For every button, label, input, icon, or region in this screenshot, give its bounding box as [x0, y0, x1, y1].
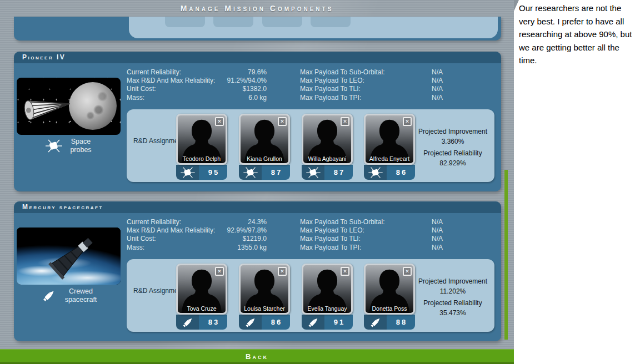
- component-thumbnail: [17, 78, 121, 135]
- space-probe-icon: [46, 138, 62, 154]
- researcher-name: Evelia Tanguay: [303, 305, 351, 312]
- crewed-capsule-icon: [364, 315, 387, 330]
- remove-researcher-button[interactable]: ✕: [215, 267, 224, 276]
- category-label: Space probes: [70, 138, 91, 154]
- stat-label: Mass:: [127, 244, 144, 252]
- projected-reliability-label: Projected Reliability: [403, 148, 503, 158]
- researcher-name: Tova Cruze: [178, 305, 226, 312]
- close-icon: ✕: [280, 119, 284, 124]
- researcher-name: Kiana Grullon: [241, 155, 288, 162]
- researcher-portrait[interactable]: ✕ Evelia Tanguay: [302, 264, 353, 315]
- stat-label: Max R&D And Max Reliability:: [127, 77, 215, 85]
- stat-label: Max Payload To TLI:: [300, 235, 361, 243]
- space-probe-icon: [176, 165, 199, 180]
- component-panel-mercury: Mercury spacecraft: [14, 201, 501, 341]
- stat-value: 24.3%: [248, 218, 267, 226]
- researcher-portrait[interactable]: ✕ Louisa Starcher: [239, 264, 290, 315]
- stat-label: Max Payload To TPI:: [300, 94, 361, 102]
- back-button[interactable]: Back: [0, 349, 514, 364]
- crewed-capsule-icon: [302, 315, 324, 330]
- projected-improvement-value: 11.202%: [403, 286, 503, 296]
- remove-researcher-button[interactable]: ✕: [403, 267, 412, 276]
- stat-value: N/A: [432, 244, 443, 252]
- remove-researcher-button[interactable]: ✕: [215, 117, 224, 126]
- advisor-note: Our researchers are not the very best. I…: [519, 3, 632, 65]
- skill-badge: 83: [176, 315, 227, 330]
- stat-value: $1219.0: [243, 235, 267, 243]
- scrolled-inner-panel: [129, 17, 498, 38]
- remove-researcher-button[interactable]: ✕: [278, 117, 287, 126]
- skill-value: 87: [324, 165, 353, 180]
- space-probe-icon: [364, 165, 387, 180]
- stat-value: N/A: [432, 77, 443, 85]
- skill-value: 95: [199, 165, 227, 180]
- stat-value: 91.2%/94.0%: [227, 77, 267, 85]
- researcher-name: Teodoro Delph: [178, 155, 226, 162]
- researcher-card: ✕ Evelia Tanguay 91: [302, 264, 353, 330]
- close-icon: ✕: [343, 269, 347, 274]
- researcher-portrait[interactable]: ✕ Kiana Grullon: [239, 114, 290, 165]
- close-icon: ✕: [343, 119, 347, 124]
- close-icon: ✕: [217, 269, 222, 274]
- component-category: Crewed spacecraft: [17, 287, 121, 304]
- stat-value: 6.0 kg: [248, 94, 267, 102]
- space-probe-icon: [239, 165, 262, 180]
- skill-badge: [165, 17, 205, 27]
- projected-reliability-value: 82.929%: [403, 158, 503, 168]
- researcher-card: ✕ Louisa Starcher 86: [239, 264, 290, 330]
- stat-label: Current Reliability:: [127, 68, 181, 77]
- probe-image: [20, 92, 78, 122]
- skill-value: 83: [199, 315, 227, 330]
- researcher-portrait[interactable]: ✕ Willa Agbayani: [302, 114, 353, 165]
- stat-label: Current Reliability:: [127, 218, 181, 226]
- remove-researcher-button[interactable]: ✕: [403, 117, 412, 126]
- remove-researcher-button[interactable]: ✕: [278, 267, 287, 276]
- stat-label: Max Payload To TLI:: [300, 85, 361, 93]
- projected-improvement-label: Projected Improvement: [403, 127, 503, 136]
- rd-assignments-panel: R&D Assignments ✕ Tova Cruze 83 ✕ Louisa…: [127, 259, 494, 332]
- stat-value: N/A: [432, 85, 443, 93]
- researcher-card: ✕ Tova Cruze 83: [176, 264, 227, 330]
- stat-value: 79.6%: [248, 68, 267, 77]
- projections: Projected Improvement 11.202% Projected …: [403, 276, 503, 318]
- rd-assignments-panel: R&D Assignments ✕ Teodoro Delph 95 ✕ Kia…: [127, 109, 494, 182]
- stat-label: Mass:: [127, 94, 144, 102]
- stat-label: Max Payload To Sub-Orbital:: [300, 218, 385, 226]
- space-probe-icon: [302, 165, 324, 180]
- stat-label: Unit Cost:: [127, 235, 156, 243]
- skill-badge: 87: [239, 165, 290, 180]
- researcher-name: Louisa Starcher: [241, 305, 288, 312]
- skill-value: 87: [262, 165, 290, 180]
- skill-badge: 91: [302, 315, 353, 330]
- researcher-portrait[interactable]: ✕ Tova Cruze: [176, 264, 227, 315]
- skill-badge: 95: [176, 165, 227, 180]
- researcher-card: ✕ Willa Agbayani 87: [302, 114, 353, 180]
- researcher-portrait[interactable]: ✕ Teodoro Delph: [176, 114, 227, 165]
- component-stats-right: Max Payload To Sub-Orbital:N/A Max Paylo…: [300, 218, 443, 252]
- researcher-card: ✕ Kiana Grullon 87: [239, 114, 290, 180]
- advisor-sidebar: Our researchers are not the very best. I…: [514, 0, 640, 364]
- scrollbar[interactable]: [504, 170, 508, 340]
- stat-value: 92.9%/97.8%: [227, 226, 267, 235]
- close-icon: ✕: [217, 119, 222, 124]
- remove-researcher-button[interactable]: ✕: [341, 117, 349, 126]
- scrolled-component-panel: [14, 17, 501, 41]
- stat-label: Unit Cost:: [127, 85, 156, 93]
- stat-label: Max R&D And Max Reliability:: [127, 226, 215, 235]
- projected-reliability-value: 35.473%: [403, 308, 503, 318]
- stat-value: N/A: [432, 68, 443, 77]
- skill-badge: [262, 17, 302, 27]
- remove-researcher-button[interactable]: ✕: [341, 267, 349, 276]
- researcher-name: Willa Agbayani: [303, 155, 351, 162]
- stat-value: N/A: [432, 235, 443, 243]
- stat-value: N/A: [432, 94, 443, 102]
- stat-value: $1382.0: [243, 85, 267, 93]
- component-panel-pioneer: Pioneer IV: [14, 52, 501, 191]
- component-category: Space probes: [17, 138, 121, 154]
- stat-value: 1355.0 kg: [237, 244, 267, 252]
- component-stats-left: Current Reliability:79.6% Max R&D And Ma…: [127, 68, 267, 102]
- projected-improvement-label: Projected Improvement: [403, 276, 503, 286]
- stat-label: Max Payload To TPI:: [300, 244, 361, 252]
- component-thumbnail: [17, 228, 121, 285]
- close-icon: ✕: [405, 119, 409, 124]
